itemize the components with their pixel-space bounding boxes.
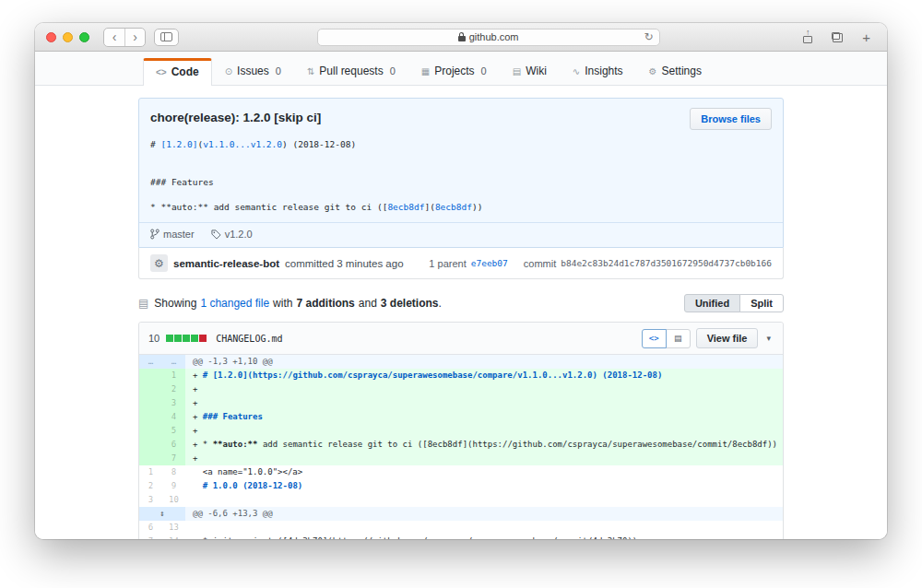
diff-line-number[interactable] [139, 424, 162, 438]
file-diff-box: 10 CHANGELOG.md <> ▤ View file ▾ ……@@ -1… [138, 322, 784, 539]
diffstat-block-add [191, 335, 198, 342]
tab-count: 0 [481, 65, 487, 76]
changes-count: 10 [148, 333, 160, 344]
tab-wiki[interactable]: ▤Wiki [500, 57, 560, 85]
text-segment: @@ -1,3 +1,10 @@ [193, 357, 273, 366]
zoom-window-button[interactable] [79, 32, 89, 42]
file-header: 10 CHANGELOG.md <> ▤ View file ▾ [139, 323, 783, 355]
commit-message: # [1.2.0](v1.1.0...v1.2.0) (2018-12-08) … [139, 130, 783, 222]
branch-indicator[interactable]: master [150, 229, 195, 240]
back-button[interactable]: ‹ [104, 29, 124, 46]
tab-issues[interactable]: ⊙Issues0 [212, 57, 294, 85]
view-file-button[interactable]: View file [696, 328, 759, 348]
diff-line-number[interactable] [139, 410, 162, 424]
tab-code[interactable]: <>Code [143, 58, 212, 86]
text-segment: **auto:** [213, 440, 258, 449]
diff-line-number[interactable]: 4 [162, 410, 185, 424]
address-bar[interactable]: github.com ↻ [317, 29, 660, 46]
diff-line-number[interactable]: 10 [162, 493, 185, 507]
inline-link[interactable]: 8ecb8df [387, 202, 424, 212]
diff-line-number[interactable]: 6 [139, 521, 162, 535]
new-tab-button[interactable]: + [857, 29, 876, 46]
projects-icon: ▦ [421, 66, 430, 76]
diff-code-line: + ### Features [185, 410, 783, 424]
window-controls [46, 32, 89, 42]
tab-label: Code [171, 65, 199, 78]
inline-link[interactable]: [1.2.0] [160, 139, 197, 149]
sidebar-toggle-button[interactable] [154, 29, 179, 46]
diff-line-number[interactable]: 14 [162, 535, 185, 539]
commit-message-line: ### Features [150, 176, 772, 189]
diff-row: 18 <a name="1.0.0"></a> [139, 465, 783, 479]
diff-line-number[interactable]: 13 [162, 521, 185, 535]
tab-overview-button[interactable] [826, 29, 848, 46]
summary-prefix: Showing [154, 297, 196, 310]
changed-files-link[interactable]: 1 changed file [200, 297, 269, 310]
diff-line-number[interactable]: 2 [139, 479, 162, 493]
commit-message-line [150, 151, 772, 164]
diff-line-number[interactable] [139, 369, 162, 382]
text-segment: <a name="1.0.0"></a> [193, 467, 302, 476]
forward-button[interactable]: › [124, 29, 145, 46]
parent-sha-link[interactable]: e7eeb07 [471, 258, 508, 268]
minimize-window-button[interactable] [63, 32, 73, 42]
diff-line-number[interactable]: 1 [162, 369, 185, 382]
close-window-button[interactable] [46, 32, 56, 42]
diff-line-number[interactable]: 3 [139, 493, 162, 507]
diff-line-number[interactable]: 6 [162, 438, 185, 452]
avatar[interactable]: ⚙ [150, 254, 168, 272]
diff-line-number[interactable]: 1 [139, 465, 162, 479]
tab-pull-requests[interactable]: ⇅Pull requests0 [294, 57, 408, 85]
diff-view-toggle: Unified Split [684, 294, 784, 312]
diff-code-line: * init project ([4da3b70](https://github… [185, 535, 783, 539]
rich-diff-button[interactable]: ▤ [666, 329, 691, 348]
diff-line-number[interactable]: 3 [162, 396, 185, 410]
unified-view-button[interactable]: Unified [684, 294, 740, 312]
diff-line-number[interactable]: 5 [162, 424, 185, 438]
inline-link[interactable]: v1.1.0...v1.2.0 [203, 139, 282, 149]
source-diff-button[interactable]: <> [642, 329, 667, 348]
tag-indicator[interactable]: v1.2.0 [211, 229, 253, 240]
diff-line-number[interactable] [139, 438, 162, 452]
tab-insights[interactable]: ∿Insights [560, 57, 636, 85]
inline-link[interactable]: 8ecb8df [435, 202, 472, 212]
commit-title: chore(release): 1.2.0 [skip ci] [150, 108, 321, 124]
diff-code-line: + [185, 452, 783, 465]
commit-message-line [150, 163, 772, 176]
text-segment: ]( [424, 202, 434, 212]
diffstat-blocks [166, 335, 207, 342]
deletions-count: 3 deletions [381, 297, 439, 310]
browse-files-button[interactable]: Browse files [690, 108, 772, 130]
url-text: github.com [469, 31, 519, 42]
diff-line-number[interactable]: 9 [162, 479, 185, 493]
diff-code-line: + [185, 424, 783, 438]
diff-code-line [185, 521, 783, 535]
address-area: github.com ↻ [187, 29, 789, 46]
commit-message-line: # [1.2.0](v1.1.0...v1.2.0) (2018-12-08) [150, 138, 772, 151]
text-segment: + * [193, 440, 213, 449]
text-segment: # 1.0.0 (2018-12-08) [203, 481, 302, 490]
diff-line-number[interactable] [139, 396, 162, 410]
diff-line-number[interactable]: 2 [162, 382, 185, 396]
file-options-chevron-icon[interactable]: ▾ [763, 332, 774, 345]
commit-author[interactable]: semantic-release-bot [173, 258, 279, 269]
diff-line-number[interactable]: 8 [162, 465, 185, 479]
expand-diff-button[interactable]: ↕ [139, 507, 185, 521]
refresh-icon[interactable]: ↻ [644, 30, 654, 43]
share-button[interactable] [798, 29, 818, 46]
split-view-button[interactable]: Split [739, 294, 784, 312]
browser-window: ‹ › github.com ↻ + <>Code⊙Issues0⇅Pull r… [35, 23, 887, 539]
additions-count: 7 additions [296, 297, 354, 310]
diff-row: 714 * init project ([4da3b70](https://gi… [139, 535, 783, 539]
diff-line-number[interactable]: 7 [139, 535, 162, 539]
parent-label: 1 parent [429, 258, 466, 269]
diff-line-number[interactable] [139, 382, 162, 396]
diff-table: ……@@ -1,3 +1,10 @@1+ # [1.2.0](https://g… [139, 355, 783, 539]
diff-line-number[interactable]: 7 [162, 452, 185, 465]
diff-line-number[interactable] [139, 452, 162, 465]
tab-label: Settings [662, 65, 702, 77]
tab-settings[interactable]: ⚙Settings [636, 57, 715, 85]
text-segment: # [150, 139, 160, 149]
tab-projects[interactable]: ▦Projects0 [408, 57, 500, 85]
text-segment: + [193, 384, 197, 394]
